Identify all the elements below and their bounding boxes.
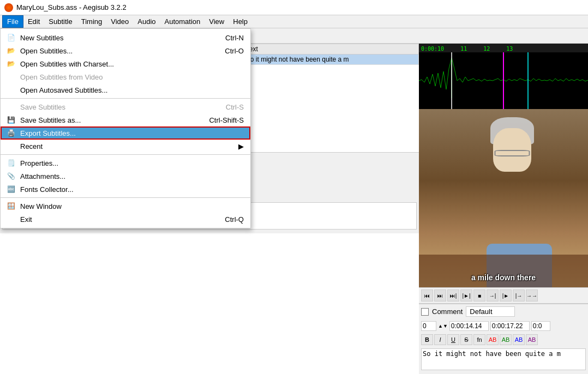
color1-btn-right[interactable]: AB <box>487 334 499 345</box>
subtitle-overlay: a mile down there <box>471 273 536 282</box>
menu-item-properties[interactable]: 🗒️ Properties... <box>1 156 250 170</box>
file-dropdown-menu: 📄 New Subtitles Ctrl-N 📂 Open Subtitles.… <box>0 28 251 228</box>
open-autosaved-label: Open Autosaved Subtitles... <box>20 86 107 94</box>
save-as-icon: 💾 <box>6 115 16 125</box>
fn-btn-right[interactable]: fn <box>473 334 485 345</box>
open-subtitles-icon: 📂 <box>6 46 16 56</box>
format-row-right: B I U S fn AB AB AB AB <box>419 333 588 346</box>
menu-timing[interactable]: Timing <box>77 15 107 28</box>
btn-play-sel[interactable]: |►| <box>460 289 472 301</box>
extra-time-right[interactable] <box>531 321 550 331</box>
menu-automation[interactable]: Automation <box>160 15 205 28</box>
menu-bar: File Edit Subtitle Timing Video Audio Au… <box>0 15 588 28</box>
btn-skip-ahead[interactable]: →→ <box>526 289 538 301</box>
menu-item-open-charset[interactable]: 📂 Open Subtitles with Charset... <box>1 57 250 70</box>
title-bar: MaryLou_Subs.ass - Aegisub 3.2.2 <box>0 0 588 15</box>
underline-btn-right[interactable]: U <box>447 334 459 345</box>
start-time-right[interactable] <box>449 321 489 331</box>
recent-label: Recent <box>20 142 43 150</box>
save-as-label: Save Subtitles as... <box>20 116 81 124</box>
style-dropdown-right[interactable]: Default <box>466 306 515 317</box>
menu-video[interactable]: Video <box>106 15 133 28</box>
color2-btn-right[interactable]: AB <box>500 334 512 345</box>
menu-item-fonts[interactable]: 🔤 Fonts Collector... <box>1 183 250 196</box>
btn-jump-forward[interactable]: |→ <box>513 289 525 301</box>
menu-item-save-as[interactable]: 💾 Save Subtitles as... Ctrl-Shift-S <box>1 113 250 126</box>
menu-item-attachments[interactable]: 📎 Attachments... <box>1 170 250 183</box>
time-row-right: ▲▼ <box>419 319 588 333</box>
app-icon <box>4 3 13 12</box>
menu-subtitle[interactable]: Subtitle <box>44 15 76 28</box>
timecode-4: 13 <box>506 46 513 52</box>
save-label: Save Subtitles <box>20 103 65 111</box>
btn-stop[interactable]: ■ <box>473 289 485 301</box>
layer-input-right[interactable] <box>421 321 436 331</box>
open-charset-icon: 📂 <box>6 59 16 69</box>
video-panel: 0:00:10 11 12 13 <box>419 44 588 374</box>
menu-item-new-window[interactable]: 🪟 New Window <box>1 200 250 213</box>
text-editor-right[interactable]: So it might not have been quite a m <box>421 348 586 370</box>
exit-icon <box>6 214 16 224</box>
menu-item-export[interactable]: 🖨️ Export Subtitles... <box>1 126 250 140</box>
waveform-timecode: 0:00:10 11 12 13 <box>419 45 588 52</box>
transport-bar: ⏮ ⏭ ⏭| |►| ■ →| |► |→ →→ <box>419 287 588 304</box>
menu-item-exit[interactable]: Exit Ctrl-Q <box>1 213 250 226</box>
menu-audio[interactable]: Audio <box>133 15 160 28</box>
save-shortcut: Ctrl-S <box>226 103 244 111</box>
menu-help[interactable]: Help <box>229 15 252 28</box>
video-background: a mile down there <box>419 109 588 287</box>
comment-label-right: Comment <box>432 307 463 316</box>
properties-icon: 🗒️ <box>6 158 16 168</box>
window-title: MaryLou_Subs.ass - Aegisub 3.2.2 <box>16 3 127 11</box>
fonts-icon: 🔤 <box>6 184 16 194</box>
new-subtitles-shortcut: Ctrl-N <box>225 34 244 42</box>
export-icon: 🖨️ <box>6 128 16 138</box>
btn-rewind[interactable]: ⏮ <box>421 289 433 301</box>
open-video-label: Open Subtitles from Video <box>20 73 103 81</box>
new-window-label: New Window <box>20 202 62 210</box>
menu-item-open-autosaved[interactable]: Open Autosaved Subtitles... <box>1 83 250 96</box>
new-window-icon: 🪟 <box>6 201 16 211</box>
end-time-right[interactable] <box>490 321 530 331</box>
color3-btn-right[interactable]: AB <box>513 334 525 345</box>
menu-item-recent[interactable]: Recent ▶ <box>1 140 250 153</box>
new-subtitles-icon: 📄 <box>6 33 16 43</box>
export-label: Export Subtitles... <box>20 129 76 137</box>
menu-file[interactable]: File <box>2 15 23 28</box>
person-glasses <box>494 150 530 156</box>
waveform-area: 0:00:10 11 12 13 <box>419 44 588 109</box>
sep3 <box>1 197 250 198</box>
open-charset-label: Open Subtitles with Charset... <box>20 60 114 68</box>
open-video-icon <box>6 72 16 82</box>
menu-item-open-video[interactable]: Open Subtitles from Video <box>1 70 250 83</box>
btn-prev-frame[interactable]: ⏭| <box>447 289 459 301</box>
menu-item-open-subtitles[interactable]: 📂 Open Subtitles... Ctrl-O <box>1 44 250 57</box>
waveform-svg <box>419 52 588 109</box>
new-subtitles-label: New Subtitles <box>20 34 63 42</box>
btn-play-after[interactable]: |► <box>500 289 512 301</box>
btn-next-keyframe[interactable]: →| <box>487 289 499 301</box>
color4-btn-right[interactable]: AB <box>526 334 538 345</box>
italic-btn-right[interactable]: I <box>434 334 446 345</box>
properties-label: Properties... <box>20 159 58 167</box>
timecode-3: 12 <box>483 46 490 52</box>
comment-style-row: Comment Default <box>419 304 588 319</box>
save-icon <box>6 102 16 112</box>
sep1 <box>1 98 250 99</box>
menu-view[interactable]: View <box>205 15 229 28</box>
recent-icon <box>6 141 16 151</box>
open-subtitles-label: Open Subtitles... <box>20 47 73 55</box>
waveform-canvas <box>419 52 588 109</box>
exit-label: Exit <box>20 215 32 224</box>
bold-btn-right[interactable]: B <box>421 334 433 345</box>
btn-fast-forward[interactable]: ⏭ <box>434 289 446 301</box>
menu-item-new-subtitles[interactable]: 📄 New Subtitles Ctrl-N <box>1 31 250 44</box>
menu-edit[interactable]: Edit <box>23 15 44 28</box>
open-autosaved-icon <box>6 85 16 95</box>
comment-checkbox-right[interactable] <box>421 308 429 316</box>
menu-item-save[interactable]: Save Subtitles Ctrl-S <box>1 100 250 113</box>
open-subtitles-shortcut: Ctrl-O <box>225 47 244 55</box>
strike-btn-right[interactable]: S <box>460 334 472 345</box>
text-editor-container-right: So it might not have been quite a m <box>419 346 588 374</box>
save-as-shortcut: Ctrl-Shift-S <box>209 116 244 124</box>
